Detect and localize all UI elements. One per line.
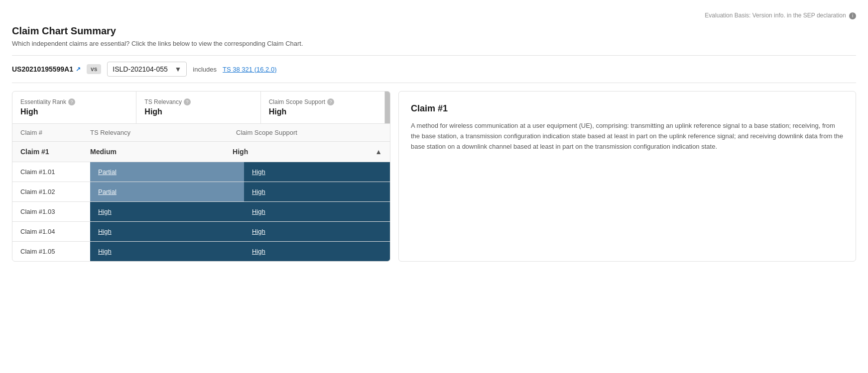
claim-103-ts-link[interactable]: High — [98, 208, 112, 215]
claim-105-id: Claim #1.05 — [20, 242, 90, 261]
eval-basis-bar: Evaluation Basis: Version info. in the S… — [12, 12, 856, 19]
claim-101-ts-cell: Partial — [90, 162, 244, 182]
right-claim-description: A method for wireless communication at a… — [411, 121, 844, 152]
claim-group-1[interactable]: Claim #1 Medium High ▲ — [12, 142, 390, 162]
claim-102-id: Claim #1.02 — [20, 182, 90, 201]
claim-103-ts-cell: High — [90, 202, 244, 221]
claim-scope-summary-cell: Claim Scope Support ? High — [261, 92, 385, 123]
table-row: Claim #1.02 Partial High — [12, 182, 390, 202]
claim-101-scope-cell: High — [244, 162, 390, 182]
collapse-icon[interactable]: ▲ — [375, 148, 382, 156]
ts-relevancy-info-icon[interactable]: ? — [184, 98, 191, 105]
page-title: Claim Chart Summary — [12, 25, 856, 37]
table-header: Claim # TS Relevancy Claim Scope Support — [12, 124, 390, 142]
col-ts-header: TS Relevancy — [90, 129, 236, 136]
col-scope-header: Claim Scope Support — [236, 129, 382, 136]
claim-102-scope-cell: High — [244, 182, 390, 201]
table-row: Claim #1.05 High High — [12, 242, 390, 261]
page-subtitle: Which independent claims are essential? … — [12, 40, 856, 47]
ts-relevancy-summary-cell: TS Relevancy ? High — [136, 92, 260, 123]
chevron-down-icon: ▼ — [175, 65, 182, 73]
patent-external-link-icon[interactable]: ↗ — [76, 66, 81, 73]
claim-102-ts-link[interactable]: Partial — [98, 188, 117, 195]
claim-104-scope-link[interactable]: High — [252, 228, 265, 235]
claim-101-ts-link[interactable]: Partial — [98, 168, 117, 176]
patent-id: US20210195599A1 ↗ — [12, 65, 81, 73]
isld-dropdown-value: ISLD-202104-055 — [113, 65, 168, 73]
filter-bar: US20210195599A1 ↗ vs ISLD-202104-055 ▼ i… — [12, 55, 856, 83]
right-claim-title: Claim #1 — [411, 103, 844, 114]
claim-105-ts-cell: High — [90, 242, 244, 261]
claim-103-scope-cell: High — [244, 202, 390, 221]
claim-1-scope: High — [233, 148, 375, 156]
essentiality-rank-label: Essentiality Rank ? — [20, 98, 128, 105]
vs-badge: vs — [87, 64, 101, 74]
claim-1-id: Claim #1 — [20, 148, 90, 156]
isld-dropdown[interactable]: ISLD-202104-055 ▼ — [107, 62, 187, 77]
eval-basis-text: Evaluation Basis: Version info. in the S… — [705, 12, 846, 19]
essentiality-rank-info-icon[interactable]: ? — [68, 98, 75, 105]
table-row: Claim #1.04 High High — [12, 222, 390, 242]
essentiality-rank-cell: Essentiality Rank ? High — [12, 92, 136, 123]
right-panel: Claim #1 A method for wireless communica… — [398, 91, 856, 262]
ts-relevancy-value: High — [144, 107, 252, 116]
col-claim-header: Claim # — [20, 129, 90, 136]
claim-102-ts-cell: Partial — [90, 182, 244, 201]
table-row: Claim #1.01 Partial High — [12, 162, 390, 182]
claim-103-id: Claim #1.03 — [20, 202, 90, 221]
ts-relevancy-label: TS Relevancy ? — [144, 98, 252, 105]
scrollbar-thumb[interactable] — [385, 92, 390, 123]
claim-104-scope-cell: High — [244, 222, 390, 241]
claim-101-scope-link[interactable]: High — [252, 168, 265, 176]
claim-104-ts-link[interactable]: High — [98, 228, 112, 235]
ts-link[interactable]: TS 38 321 (16.2.0) — [223, 66, 276, 73]
claim-102-scope-link[interactable]: High — [252, 188, 265, 195]
claim-104-ts-cell: High — [90, 222, 244, 241]
summary-row: Essentiality Rank ? High TS Relevancy ? … — [12, 92, 390, 124]
patent-id-text: US20210195599A1 — [12, 65, 73, 73]
essentiality-rank-value: High — [20, 107, 128, 116]
claim-105-ts-link[interactable]: High — [98, 248, 112, 255]
table-row: Claim #1.03 High High — [12, 202, 390, 222]
claim-scope-label: Claim Scope Support ? — [269, 98, 376, 105]
claim-101-id: Claim #1.01 — [20, 162, 90, 182]
main-content: Essentiality Rank ? High TS Relevancy ? … — [12, 91, 856, 262]
claim-103-scope-link[interactable]: High — [252, 208, 265, 215]
left-panel: Essentiality Rank ? High TS Relevancy ? … — [12, 91, 390, 262]
eval-basis-info-icon[interactable]: i — [849, 12, 856, 19]
includes-label: includes — [193, 66, 217, 73]
claim-scope-info-icon[interactable]: ? — [327, 98, 334, 105]
claim-104-id: Claim #1.04 — [20, 222, 90, 241]
claim-105-scope-cell: High — [244, 242, 390, 261]
claim-105-scope-link[interactable]: High — [252, 248, 265, 255]
claim-1-ts: Medium — [90, 148, 233, 156]
claim-scope-value: High — [269, 107, 376, 116]
